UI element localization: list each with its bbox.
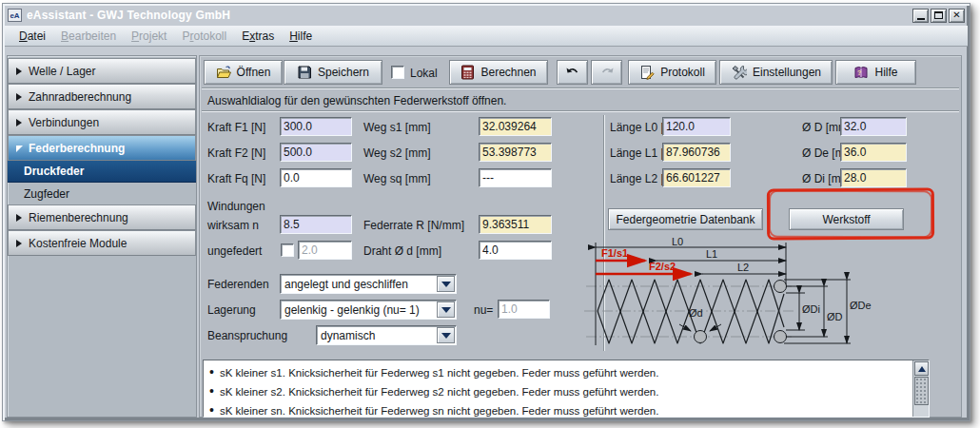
weg-s2-input[interactable] — [479, 143, 552, 162]
federenden-select[interactable]: angelegt und geschliffen — [280, 274, 457, 294]
kraft-f1-input[interactable] — [280, 117, 352, 136]
werkstoff-button[interactable]: Werkstoff — [789, 208, 904, 230]
ungefedert-input — [298, 241, 352, 260]
settings-button-label: Einstellungen — [753, 66, 821, 79]
label-d: ØD — [827, 311, 843, 322]
menu-hilfe[interactable]: Hilfe — [282, 28, 320, 45]
kraft-f2-input[interactable] — [280, 143, 352, 162]
laenge-l0-input[interactable] — [662, 117, 731, 136]
minimize-icon — [917, 18, 925, 20]
label-l0: L0 — [672, 237, 683, 247]
kraft-f1-label: Kraft F1 [N] — [207, 121, 265, 134]
calculate-button-label: Berechnen — [480, 66, 536, 79]
main-panel: Öffnen Speichern Lokal Berechnen Protoko… — [199, 55, 962, 418]
protocol-button-label: Protokoll — [660, 66, 705, 79]
beanspruchung-select[interactable]: dynamisch — [316, 325, 457, 345]
dropdown-button[interactable] — [437, 276, 455, 292]
protocol-button[interactable]: Protokoll — [628, 60, 716, 85]
calculator-icon — [461, 65, 475, 80]
label-f2-s2: F2/s2 — [649, 261, 676, 272]
weg-sq-input[interactable] — [479, 168, 552, 187]
ungefedert-checkbox[interactable] — [281, 243, 294, 257]
divider — [202, 110, 959, 112]
kraft-fq-input[interactable] — [280, 168, 352, 187]
di-input[interactable] — [840, 168, 907, 187]
windungen-heading: Windungen — [207, 200, 265, 213]
chevron-down-icon — [441, 282, 451, 287]
chevron-right-icon — [16, 68, 22, 75]
maximize-icon — [934, 11, 943, 19]
sidebar-item-riemenberechnung[interactable]: Riemenberechnung — [8, 204, 196, 230]
sidebar-item-druckfeder[interactable]: Druckfeder — [8, 161, 196, 183]
nu-input — [498, 300, 550, 319]
wirksam-n-label: wirksam n — [207, 219, 259, 232]
menu-projekt: Projekt — [124, 28, 174, 45]
local-checkbox[interactable] — [391, 66, 404, 79]
calculate-button[interactable]: Berechnen — [449, 60, 548, 85]
scrollbar-thumb[interactable] — [914, 377, 929, 405]
help-button[interactable]: ? Hilfe — [835, 60, 916, 85]
scrollbar[interactable] — [912, 360, 929, 418]
sidebar-item-label: Zugfeder — [24, 187, 69, 201]
menu-extras[interactable]: Extras — [234, 28, 282, 45]
sidebar-item-zahnradberechnung[interactable]: Zahnradberechnung — [8, 84, 196, 109]
draht-label: Draht Ø d [mm] — [363, 244, 441, 258]
sidebar-item-welle-lager[interactable]: Welle / Lager — [8, 58, 196, 84]
sidebar-item-verbindungen[interactable]: Verbindungen — [8, 109, 196, 135]
redo-button — [591, 60, 622, 85]
lagerung-select[interactable]: gelenkig - gelenkig (nu= 1) — [280, 300, 457, 320]
wirksam-n-input[interactable] — [280, 215, 352, 234]
dropdown-button[interactable] — [437, 302, 455, 318]
open-button[interactable]: Öffnen — [204, 60, 283, 85]
chevron-right-icon — [16, 240, 22, 247]
chevron-expanded-icon — [16, 146, 23, 152]
undo-button[interactable] — [557, 60, 588, 85]
federgeometrie-datenbank-button[interactable]: Federgeometrie Datenbank — [608, 208, 763, 230]
status-text: Auswahldialog für den gewünschten Federw… — [207, 94, 506, 107]
message-item: sK kleiner sn. Knicksicherheit für Feder… — [209, 401, 927, 418]
spring-diagram: L0 F1/s1 L1 F2/s2 L2 Ød ØDi — [584, 237, 955, 357]
save-floppy-icon — [297, 65, 312, 80]
label-di: ØDi — [802, 303, 820, 315]
federrate-input[interactable] — [479, 215, 552, 234]
open-folder-icon — [216, 65, 231, 80]
chevron-down-icon — [441, 333, 451, 339]
ungefedert-label: ungefedert — [207, 244, 262, 258]
beanspruchung-value: dynamisch — [317, 329, 437, 342]
menu-datei[interactable]: Datei — [11, 28, 53, 45]
weg-s1-input[interactable] — [479, 117, 552, 136]
close-icon: ✕ — [952, 10, 960, 20]
scroll-up-button[interactable] — [914, 361, 929, 376]
sidebar-item-zugfeder[interactable]: Zugfeder — [8, 183, 196, 204]
sidebar-item-federberechnung[interactable]: Federberechnung — [8, 135, 196, 161]
sidebar-item-label: Federberechnung — [29, 142, 125, 155]
app-icon: eA — [8, 9, 22, 22]
sidebar-item-kostenfreie-module[interactable]: Kostenfreie Module — [8, 230, 196, 256]
message-item: sK kleiner s1. Knicksicherheit für Feder… — [209, 363, 927, 382]
draht-input[interactable] — [479, 241, 552, 260]
lagerung-label: Lagerung — [207, 303, 256, 317]
maximize-button[interactable] — [931, 9, 947, 23]
help-button-label: Hilfe — [874, 66, 897, 79]
save-button[interactable]: Speichern — [284, 60, 382, 85]
local-checkbox-label: Lokal — [410, 67, 438, 80]
close-button[interactable]: ✕ — [949, 9, 965, 23]
arrow-up-icon — [918, 366, 926, 372]
settings-button[interactable]: Einstellungen — [719, 60, 833, 85]
federrate-label: Federrate R [N/mm] — [363, 219, 464, 232]
laenge-l2-input[interactable] — [662, 168, 731, 187]
label-l2: L2 — [737, 262, 749, 273]
minimize-button[interactable] — [912, 9, 929, 23]
de-input[interactable] — [840, 143, 907, 162]
app-window: eA eAssistant - GWJ Technology GmbH ✕ Da… — [2, 3, 970, 421]
label-f1-s1: F1/s1 — [601, 247, 628, 259]
menu-bearbeiten: Bearbeiten — [53, 28, 124, 45]
sidebar-item-label: Riemenberechnung — [29, 211, 128, 224]
label-de: ØDe — [850, 300, 872, 311]
app-icon-label: eA — [10, 11, 19, 20]
beanspruchung-label: Beanspruchung — [207, 329, 287, 342]
dropdown-button[interactable] — [437, 327, 455, 343]
laenge-l1-input[interactable] — [662, 143, 731, 162]
menu-bar: Datei Bearbeiten Projekt Protokoll Extra… — [5, 26, 968, 47]
d-input[interactable] — [840, 117, 907, 136]
